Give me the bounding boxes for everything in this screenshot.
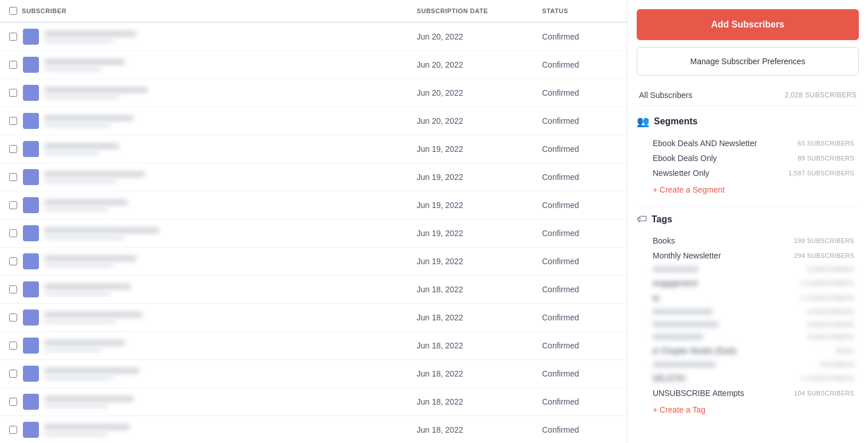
tag-item-2[interactable]: SUBSCRIBERS (637, 263, 859, 276)
tag-count-3: 0 SUBSCRIBERS (802, 280, 854, 287)
row-checkbox-8[interactable] (9, 257, 17, 265)
date-cell-12: Jun 18, 2022 (408, 360, 533, 388)
avatar-9 (23, 281, 39, 297)
table-row[interactable]: Jun 19, 2022 Confirmed (0, 163, 627, 191)
tag-item-9[interactable]: SCRIBERS (637, 358, 859, 371)
table-row[interactable]: Jun 20, 2022 Confirmed (0, 107, 627, 135)
status-cell-9: Confirmed (533, 276, 627, 304)
tag-item-7[interactable]: SUBSCRIBERS (637, 331, 859, 343)
tag-item-5[interactable]: SUBSCRIBERS (637, 305, 859, 318)
create-tag-link[interactable]: + Create a Tag (637, 401, 859, 419)
table-row[interactable]: Jun 19, 2022 Confirmed (0, 248, 627, 276)
date-cell-14: Jun 18, 2022 (408, 416, 533, 444)
tag-item-3[interactable]: engagement0 SUBSCRIBERS (637, 276, 859, 291)
status-cell-13: Confirmed (533, 388, 627, 416)
subscriber-cell-8 (0, 248, 408, 276)
date-cell-0: Jun 20, 2022 (408, 22, 533, 51)
subscriber-name-10 (45, 312, 142, 317)
all-subscribers-row[interactable]: All Subscribers 2,028 SUBSCRIBERS (637, 85, 859, 106)
subscriber-col-label: SUBSCRIBER (22, 7, 66, 14)
segments-section-header: 👥 Segments (637, 113, 859, 130)
row-checkbox-14[interactable] (9, 426, 17, 434)
row-checkbox-3[interactable] (9, 117, 17, 125)
subscriber-cell-2 (0, 79, 408, 107)
section-divider (637, 206, 859, 206)
table-row[interactable]: Jun 18, 2022 Confirmed (0, 360, 627, 388)
table-row[interactable]: Jun 19, 2022 Confirmed (0, 135, 627, 163)
status-cell-7: Confirmed (533, 219, 627, 248)
segment-name-2: Newsletter Only (653, 168, 709, 178)
tag-item-1[interactable]: Monthly Newsletter294 SUBSCRIBERS (637, 248, 859, 263)
status-cell-3: Confirmed (533, 107, 627, 135)
tag-item-4[interactable]: te0 SUBSCRIBERS (637, 291, 859, 305)
segment-item-2[interactable]: Newsletter Only 1,587 SUBSCRIBERS (637, 166, 859, 181)
table-row[interactable]: Jun 18, 2022 Confirmed (0, 304, 627, 332)
row-checkbox-0[interactable] (9, 33, 17, 41)
avatar-1 (23, 57, 39, 73)
subscriber-cell-7 (0, 219, 408, 248)
date-cell-7: Jun 19, 2022 (408, 219, 533, 248)
subscriber-name-11 (45, 340, 125, 346)
subscriber-info-6 (45, 199, 128, 211)
tag-item-0[interactable]: Books199 SUBSCRIBERS (637, 233, 859, 248)
add-subscribers-button[interactable]: Add Subscribers (637, 9, 859, 40)
tag-item-8[interactable]: & Chapter Books (EarlyBERS (637, 343, 859, 358)
subscriber-email-6 (45, 207, 108, 211)
row-checkbox-2[interactable] (9, 89, 17, 97)
avatar-2 (23, 85, 39, 101)
row-checkbox-12[interactable] (9, 370, 17, 378)
subscriber-email-13 (45, 403, 108, 408)
subscriber-cell-9 (0, 276, 408, 304)
subscriber-info-5 (45, 171, 145, 183)
tag-count-5: SUBSCRIBERS (807, 308, 854, 315)
segment-count-1: 89 SUBSCRIBERS (798, 155, 854, 162)
subscriber-info-10 (45, 312, 142, 324)
row-checkbox-10[interactable] (9, 313, 17, 322)
row-checkbox-4[interactable] (9, 145, 17, 153)
subscriber-info-1 (45, 59, 125, 71)
table-row[interactable]: Jun 18, 2022 Confirmed (0, 388, 627, 416)
subscriber-name-0 (45, 31, 136, 37)
subscriber-info-14 (45, 424, 129, 436)
table-container[interactable]: SUBSCRIBER SUBSCRIPTION DATE STATUS (0, 0, 627, 443)
all-subscribers-count: 2,028 SUBSCRIBERS (784, 91, 857, 99)
status-cell-1: Confirmed (533, 51, 627, 79)
table-row[interactable]: Jun 19, 2022 Confirmed (0, 191, 627, 219)
status-cell-10: Confirmed (533, 304, 627, 332)
row-checkbox-6[interactable] (9, 201, 17, 209)
subscriber-info-8 (45, 256, 136, 268)
table-row[interactable]: Jun 18, 2022 Confirmed (0, 416, 627, 444)
subscriber-info-2 (45, 87, 148, 99)
row-checkbox-13[interactable] (9, 398, 17, 406)
tag-count-0: 199 SUBSCRIBERS (794, 237, 854, 244)
tag-name-blurred-2 (653, 266, 699, 272)
row-checkbox-11[interactable] (9, 342, 17, 350)
subscriber-email-2 (45, 95, 119, 99)
segment-item-1[interactable]: Ebook Deals Only 89 SUBSCRIBERS (637, 151, 859, 166)
select-all-checkbox[interactable] (9, 7, 17, 15)
subscriber-name-3 (45, 115, 133, 121)
tag-item-11[interactable]: UNSUBSCRIBE Attempts104 SUBSCRIBERS (637, 386, 859, 401)
create-segment-link[interactable]: + Create a Segment (637, 181, 859, 199)
avatar-3 (23, 113, 39, 129)
tag-item-6[interactable]: SUBSCRIBERS (637, 318, 859, 331)
table-row[interactable]: Jun 20, 2022 Confirmed (0, 22, 627, 51)
subscriber-email-8 (45, 263, 113, 268)
segments-list: Ebook Deals AND Newsletter 65 SUBSCRIBER… (637, 136, 859, 181)
subscriber-email-10 (45, 319, 116, 324)
tag-item-10[interactable]: DELETE!2 SUBSCRIBERS (637, 371, 859, 386)
table-row[interactable]: Jun 18, 2022 Confirmed (0, 332, 627, 360)
avatar-8 (23, 253, 39, 269)
table-row[interactable]: Jun 20, 2022 Confirmed (0, 79, 627, 107)
row-checkbox-9[interactable] (9, 285, 17, 293)
segments-icon: 👥 (637, 115, 649, 128)
table-row[interactable]: Jun 19, 2022 Confirmed (0, 219, 627, 248)
row-checkbox-1[interactable] (9, 61, 17, 69)
date-cell-10: Jun 18, 2022 (408, 304, 533, 332)
segment-item-0[interactable]: Ebook Deals AND Newsletter 65 SUBSCRIBER… (637, 136, 859, 151)
table-row[interactable]: Jun 18, 2022 Confirmed (0, 276, 627, 304)
row-checkbox-7[interactable] (9, 229, 17, 237)
row-checkbox-5[interactable] (9, 173, 17, 181)
table-row[interactable]: Jun 20, 2022 Confirmed (0, 51, 627, 79)
manage-preferences-button[interactable]: Manage Subscriber Preferences (637, 47, 859, 76)
